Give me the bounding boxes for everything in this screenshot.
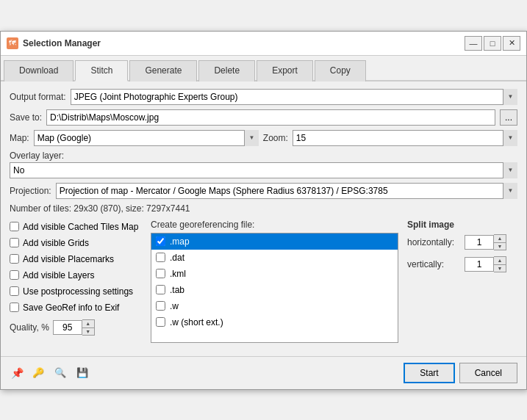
footer-right: Start Cancel [404,363,517,383]
checkbox-grids[interactable] [10,238,19,247]
split-horizontal-down[interactable]: ▼ [494,242,506,250]
georef-checkbox-3[interactable] [156,285,165,294]
tab-export[interactable]: Export [257,60,313,82]
checkbox-postprocessing[interactable] [10,286,19,296]
checkbox-georef-exif-label: Save GeoRef info to Exif [23,303,119,313]
checkbox-placemarks[interactable] [10,254,19,264]
checkbox-cached-tiles-label: Add visible Cached Tiles Map [23,222,138,232]
georef-checkbox-0[interactable] [156,236,165,246]
pin-icon[interactable]: 📌 [10,366,24,380]
main-section: Add visible Cached Tiles Map Add visible… [10,220,517,343]
quality-down-button[interactable]: ▼ [82,327,94,335]
zoom-select[interactable]: 15 [293,130,517,146]
georef-item-1[interactable]: .dat [151,250,398,266]
quality-input[interactable] [53,320,82,335]
split-horizontal-row: horizontally: ▲ ▼ [407,234,517,250]
footer: 📌 🔑 🔍 💾 Start Cancel [1,356,526,389]
content-area: Output format: JPEG (Joint Photographic … [1,82,526,350]
tiles-info: Number of tiles: 29x30 (870), size: 7297… [10,203,517,214]
output-format-label: Output format: [10,92,66,102]
georef-section: Create georeferencing file: .map .dat .k… [151,220,398,343]
split-horizontal-input[interactable] [465,235,494,250]
split-horizontal-up[interactable]: ▲ [494,235,506,242]
checkbox-layers-label: Add visible Layers [23,270,94,280]
checkbox-row-3: Add visible Layers [10,268,142,283]
quality-up-button[interactable]: ▲ [82,320,94,327]
checkbox-placemarks-label: Add visible Placemarks [23,254,114,264]
georef-label: Create georeferencing file: [151,220,398,230]
checkbox-georef-exif[interactable] [10,303,19,312]
zoom-select-wrapper: 15 ▼ [293,130,517,146]
split-horizontal-label: horizontally: [407,237,459,247]
georef-item-0[interactable]: .map [151,233,398,250]
georef-checkbox-4[interactable] [156,301,165,311]
close-button[interactable]: ✕ [503,36,520,51]
georef-item-label-5: .w (short ext.) [170,317,223,327]
checkbox-row-0: Add visible Cached Tiles Map [10,220,142,234]
maximize-button[interactable]: □ [484,36,501,51]
georef-checkbox-1[interactable] [156,253,165,262]
georef-item-label-1: .dat [170,253,184,263]
save-icon[interactable]: 💾 [74,365,90,381]
map-label: Map: [10,133,29,143]
tab-bar: Download Stitch Generate Delete Export C… [1,56,526,82]
split-vertical-spinner: ▲ ▼ [465,256,506,272]
main-window: 🗺 Selection Manager — □ ✕ Download Stitc… [0,31,527,390]
georef-item-4[interactable]: .w [151,298,398,314]
map-select[interactable]: Map (Google) [34,130,259,146]
checkbox-row-1: Add visible Grids [10,236,142,250]
browse-button[interactable]: ... [500,109,517,126]
georef-item-5[interactable]: .w (short ext.) [151,314,398,330]
split-horizontal-buttons: ▲ ▼ [494,234,506,250]
key-icon[interactable]: 🔑 [30,365,46,381]
minimize-button[interactable]: — [465,36,482,51]
start-button[interactable]: Start [404,363,454,383]
window-title: Selection Manager [23,38,460,48]
checkbox-layers[interactable] [10,270,19,280]
quality-label: Quality, % [10,322,49,333]
checkbox-cached-tiles[interactable] [10,222,19,231]
footer-left: 📌 🔑 🔍 💾 [10,365,90,381]
georef-item-label-3: .tab [170,285,184,295]
projection-select[interactable]: Projection of map - Mercator / Google Ma… [56,183,517,199]
output-format-select[interactable]: JPEG (Joint Photographic Experts Group) [71,89,517,105]
georef-list[interactable]: .map .dat .kml .tab [151,233,398,343]
tab-delete[interactable]: Delete [198,60,255,82]
georef-checkbox-5[interactable] [156,317,165,327]
save-to-input[interactable] [46,109,495,126]
overlay-select[interactable]: No [10,162,517,178]
search-icon[interactable]: 🔍 [52,365,68,381]
tab-copy[interactable]: Copy [315,60,366,82]
georef-item-2[interactable]: .kml [151,266,398,282]
tab-download[interactable]: Download [4,60,74,82]
tab-stitch[interactable]: Stitch [75,60,128,82]
map-select-wrapper: Map (Google) ▼ [34,130,259,146]
split-vertical-input[interactable] [465,257,494,272]
georef-checkbox-2[interactable] [156,269,165,278]
overlay-select-row: No ▼ [10,162,517,178]
split-image-section: Split image horizontally: ▲ ▼ vertically… [407,220,517,343]
checkbox-row-5: Save GeoRef info to Exif [10,300,142,315]
tab-generate[interactable]: Generate [129,60,197,82]
checkbox-row-4: Use postprocessing settings [10,284,142,299]
save-to-row: Save to: ... [10,109,517,126]
output-format-wrapper: JPEG (Joint Photographic Experts Group) … [71,89,517,105]
save-to-label: Save to: [10,112,42,123]
overlay-row: Overlay layer: [10,151,517,161]
projection-row: Projection: Projection of map - Mercator… [10,183,517,199]
title-bar-buttons: — □ ✕ [465,36,520,51]
georef-item-3[interactable]: .tab [151,282,398,298]
split-vertical-down[interactable]: ▼ [494,264,506,272]
georef-item-label-0: .map [170,236,190,247]
zoom-label: Zoom: [263,133,288,143]
projection-select-wrapper: Projection of map - Mercator / Google Ma… [56,183,517,199]
georef-item-label-4: .w [170,301,179,311]
checkbox-postprocessing-label: Use postprocessing settings [23,286,133,297]
checkboxes-section: Add visible Cached Tiles Map Add visible… [10,220,142,343]
cancel-button[interactable]: Cancel [459,363,517,383]
app-icon: 🗺 [7,37,18,49]
split-vertical-up[interactable]: ▲ [494,257,506,264]
projection-label: Projection: [10,186,51,196]
checkbox-row-2: Add visible Placemarks [10,252,142,267]
overlay-select-wrapper: No ▼ [10,162,517,178]
